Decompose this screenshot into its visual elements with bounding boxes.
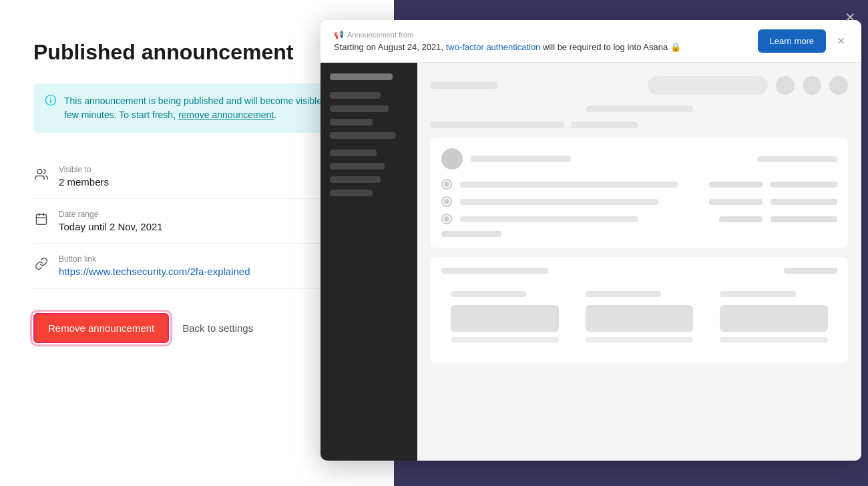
mock-check-1 — [441, 179, 452, 190]
mock-check-3 — [441, 214, 452, 224]
mock-check-2 — [441, 196, 452, 207]
sidebar-item — [330, 132, 396, 139]
mock-card-header-2 — [586, 291, 661, 297]
mock-block-title — [441, 268, 548, 274]
members-icon — [33, 166, 49, 182]
announcement-message: Starting on August 24, 2021, two-factor … — [334, 42, 750, 52]
date-range-value: Today until 2 Nov, 2021 — [59, 221, 163, 232]
mock-task-meta-5 — [719, 216, 763, 222]
info-banner-text: This announcement is being published and… — [64, 94, 349, 122]
announcement-from: 📢 Announcement from — [334, 30, 750, 39]
mock-avatar-1 — [776, 76, 795, 95]
svg-point-2 — [37, 170, 42, 174]
button-link-value[interactable]: https://www.techsecurity.com/2fa-explain… — [59, 266, 250, 277]
message-link[interactable]: two-factor authentication — [446, 42, 541, 52]
mock-title-row — [441, 148, 837, 170]
sidebar-item — [330, 190, 373, 196]
mock-card-header-1 — [451, 291, 526, 297]
learn-more-button[interactable]: Learn more — [758, 29, 826, 53]
mock-card-line-1 — [451, 337, 559, 342]
mock-avatar-2 — [803, 76, 821, 95]
mock-line — [571, 121, 638, 128]
announcement-close-button[interactable]: ✕ — [834, 35, 848, 47]
back-to-settings-button[interactable]: Back to settings — [182, 322, 253, 334]
calendar-icon — [33, 211, 49, 227]
mock-task-meta-2 — [771, 182, 837, 188]
sidebar-item — [330, 163, 385, 170]
mock-bottom-block — [431, 257, 848, 362]
mock-task-meta-3 — [709, 199, 763, 205]
mock-title-line — [431, 82, 497, 89]
remove-link[interactable]: remove announcement — [178, 109, 274, 120]
date-range-label: Date range — [59, 210, 163, 219]
visible-to-value: 2 members — [59, 176, 109, 188]
mock-task-line — [460, 182, 678, 188]
sidebar-item — [330, 105, 389, 112]
visible-to-label: Visible to — [59, 165, 109, 174]
sidebar-item — [330, 73, 393, 80]
mock-add-line — [441, 231, 501, 237]
button-link-content: Button link https://www.techsecurity.com… — [59, 254, 250, 278]
mock-card-3 — [710, 282, 837, 352]
app-main — [417, 63, 861, 461]
svg-rect-3 — [37, 214, 47, 224]
mock-card-img-3 — [720, 305, 828, 332]
announcement-bar: 📢 Announcement from Starting on August 2… — [320, 20, 861, 63]
message-suffix: will be required to log into Asana 🔒 — [543, 42, 681, 52]
mock-card-2 — [576, 282, 703, 352]
preview-mockup: 📢 Announcement from Starting on August 2… — [320, 20, 861, 461]
announcement-content: 📢 Announcement from Starting on August 2… — [334, 30, 750, 52]
app-sidebar — [320, 63, 417, 461]
details-list: Visible to 2 members Date range Today un… — [33, 154, 361, 289]
page-title: Published announcement — [33, 40, 361, 65]
date-range-item: Date range Today until 2 Nov, 2021 — [33, 199, 361, 244]
mock-task-row — [441, 179, 837, 190]
visible-to-item: Visible to 2 members — [33, 154, 361, 199]
mock-card-header-3 — [720, 291, 795, 297]
mock-search — [648, 76, 768, 95]
link-icon — [33, 256, 49, 272]
mock-user-line — [471, 156, 571, 162]
mock-task-line-3 — [460, 216, 638, 222]
mock-card-img-2 — [586, 305, 694, 332]
date-range-content: Date range Today until 2 Nov, 2021 — [59, 210, 163, 232]
mock-right-line — [757, 156, 837, 162]
remove-announcement-button[interactable]: Remove announcement — [33, 313, 169, 343]
message-prefix: Starting on August 24, 2021, — [334, 42, 443, 52]
mock-card-line-2 — [586, 337, 694, 342]
mock-block — [431, 138, 848, 248]
button-link-label: Button link — [59, 254, 250, 264]
mock-task-meta-6 — [771, 216, 837, 222]
sidebar-item — [330, 119, 373, 126]
sidebar-item — [330, 176, 381, 183]
announcement-from-label: Announcement from — [347, 31, 413, 39]
info-icon: i — [45, 95, 56, 122]
mock-block-action — [784, 268, 837, 274]
mock-task-meta-4 — [771, 199, 837, 205]
mock-task-meta — [709, 182, 763, 188]
sidebar-item — [330, 92, 381, 99]
actions: Remove announcement Back to settings — [33, 313, 361, 343]
close-button[interactable]: ✕ — [845, 9, 856, 25]
mock-line — [431, 121, 564, 128]
svg-text:i: i — [49, 96, 51, 104]
mock-card-img-1 — [451, 305, 559, 332]
mock-card-1 — [441, 282, 568, 352]
mock-header — [431, 76, 848, 95]
mock-cards — [441, 282, 837, 352]
mock-task-line-2 — [460, 199, 658, 205]
info-banner: i This announcement is being published a… — [33, 83, 361, 133]
mock-avatar-3 — [829, 76, 848, 95]
mock-card-line-3 — [720, 337, 828, 342]
megaphone-icon: 📢 — [334, 30, 344, 39]
sidebar-item — [330, 150, 377, 156]
button-link-item: Button link https://www.techsecurity.com… — [33, 244, 361, 289]
mock-task-row-3 — [441, 214, 837, 224]
mock-sub-line — [586, 105, 693, 112]
app-layout — [320, 63, 861, 461]
mock-task-row-2 — [441, 196, 837, 207]
visible-to-content: Visible to 2 members — [59, 165, 109, 188]
right-panel: ✕ 📢 Announcement from Starting on August… — [394, 0, 868, 486]
mock-user-avatar — [441, 148, 463, 170]
